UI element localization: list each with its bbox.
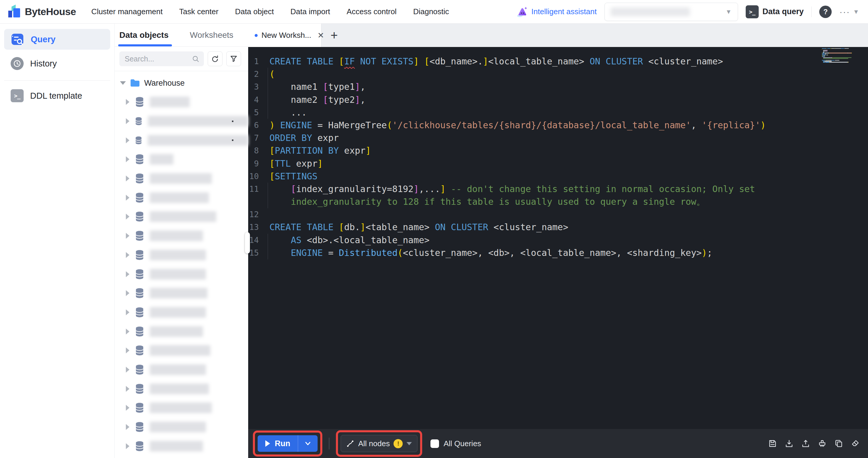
minimap[interactable] (822, 48, 857, 65)
tree-row[interactable] (115, 265, 248, 284)
intelligent-assistant-button[interactable]: Intelligent assistant (516, 6, 597, 18)
active-tab-indicator (118, 44, 172, 47)
tree-row[interactable] (115, 418, 248, 437)
code-line: [PARTITION BY expr] (270, 144, 827, 157)
all-nodes-dropdown[interactable]: All nodes ! (341, 435, 417, 452)
database-icon (135, 364, 145, 375)
tree-root-warehouse[interactable]: Warehouse (115, 73, 248, 92)
database-icon (135, 345, 145, 356)
save-icon[interactable] (768, 438, 778, 449)
line-number: 13 (248, 221, 259, 234)
tree-rows (115, 92, 248, 456)
search-icon (192, 55, 200, 63)
tree-row[interactable] (115, 92, 248, 112)
tree-row[interactable] (115, 112, 248, 131)
chevron-right-icon (126, 138, 129, 143)
tree-row[interactable] (115, 188, 248, 207)
nav-item-access-control[interactable]: Access control (346, 7, 397, 16)
database-icon (135, 384, 145, 394)
search-input[interactable] (119, 52, 204, 66)
code-rows: CREATE TABLE [IF NOT EXISTS] [<db_name>.… (270, 55, 827, 259)
tree-row[interactable] (115, 226, 248, 246)
clear-eraser-icon[interactable] (850, 438, 860, 449)
run-options-button[interactable] (298, 440, 318, 447)
database-icon (135, 326, 145, 337)
tree-row[interactable] (115, 150, 248, 169)
workspace-select[interactable]: ▼ (604, 3, 738, 21)
line-number (248, 195, 259, 208)
copy-icon[interactable] (834, 438, 844, 449)
chevron-right-icon (126, 252, 129, 258)
database-icon (135, 441, 145, 452)
nav-item-data-object[interactable]: Data object (235, 7, 274, 16)
annotation-run-highlight: Run (253, 430, 322, 457)
tab-data-objects[interactable]: Data objects (119, 30, 169, 40)
tree-row[interactable] (115, 360, 248, 379)
tab-worksheets[interactable]: Worksheets (190, 30, 234, 40)
code-line: [SETTINGS (270, 170, 827, 183)
download-icon[interactable] (784, 438, 794, 449)
all-nodes-label: All nodes (358, 439, 390, 448)
more-menu-button[interactable]: ··· ▼ (839, 7, 860, 17)
redacted-database-name (150, 345, 210, 356)
database-icon (135, 192, 145, 203)
nav-item-task-center[interactable]: Task center (179, 7, 218, 16)
tree-row[interactable] (115, 398, 248, 418)
tree-row[interactable] (115, 379, 248, 398)
chevron-right-icon (126, 99, 129, 105)
worksheet-tab[interactable]: New Worksh... ✕ (248, 24, 321, 47)
panel-tabs: Data objects Worksheets (115, 24, 248, 47)
indent-guide (268, 183, 268, 208)
play-icon (265, 440, 270, 447)
tree-row[interactable] (115, 322, 248, 341)
redacted-database-name (150, 211, 216, 222)
panel-resize-handle[interactable] (245, 232, 250, 253)
redacted-database-name (150, 173, 212, 184)
format-brush-icon[interactable] (817, 438, 827, 449)
tree-row[interactable] (115, 207, 248, 226)
redacted-database-name (150, 269, 206, 279)
redacted-selection (611, 7, 690, 16)
tree-row[interactable] (115, 436, 248, 456)
tree-row[interactable] (115, 131, 248, 150)
chevron-right-icon (126, 309, 129, 315)
run-button[interactable]: Run (258, 439, 298, 448)
filter-button[interactable] (226, 52, 241, 66)
new-worksheet-button[interactable]: + (321, 24, 347, 47)
data-query-button[interactable]: >_ Data query (746, 5, 804, 18)
bytehouse-logo-icon (8, 5, 21, 19)
help-button[interactable]: ? (819, 6, 832, 18)
brand[interactable]: ByteHouse (8, 5, 76, 19)
refresh-button[interactable] (208, 52, 222, 66)
code-line: CREATE TABLE [db.]<table_name> ON CLUSTE… (270, 221, 827, 234)
redacted-database-name (150, 307, 206, 318)
nav-item-cluster-management[interactable]: Cluster management (91, 7, 162, 16)
sidebar-item-ddl-template[interactable]: >_ DDL template (4, 85, 110, 106)
nav-item-data-import[interactable]: Data import (290, 7, 330, 16)
sql-editor[interactable]: 123456789101112131415 CREATE TABLE [IF N… (248, 47, 868, 429)
tree-row[interactable] (115, 341, 248, 360)
data-query-label: Data query (763, 7, 804, 16)
sidebar-item-history[interactable]: History (4, 53, 110, 74)
nav-item-diagnostic[interactable]: Diagnostic (413, 7, 449, 16)
tree-row[interactable] (115, 303, 248, 322)
artifact-dot (232, 121, 234, 122)
tree-row[interactable] (115, 246, 248, 265)
line-number: 12 (248, 208, 259, 221)
all-queries-checkbox[interactable] (430, 439, 439, 448)
tree-row[interactable] (115, 284, 248, 303)
run-label: Run (275, 439, 290, 448)
redacted-database-name (150, 97, 190, 107)
worksheet-tab-label: New Worksh... (261, 31, 311, 40)
artifact-dot (232, 140, 234, 141)
divider (329, 438, 330, 450)
tree-row[interactable] (115, 169, 248, 188)
all-queries-label: All Queries (443, 439, 481, 448)
line-number: 11 (248, 183, 259, 195)
upload-icon[interactable] (801, 438, 811, 449)
terminal-icon: >_ (11, 89, 24, 102)
warning-badge: ! (394, 439, 403, 448)
sidebar-item-query[interactable]: Query (4, 29, 110, 50)
code-line: ENGINE = Distributed(<cluster_name>, <db… (270, 246, 827, 259)
redacted-database-name (150, 250, 206, 260)
